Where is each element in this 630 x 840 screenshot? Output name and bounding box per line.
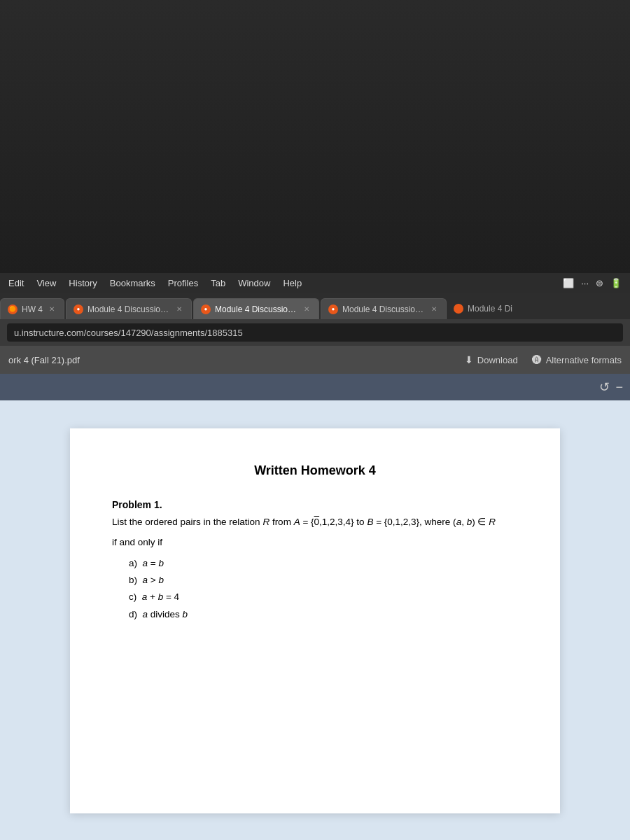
menu-bookmarks[interactable]: Bookmarks bbox=[110, 278, 155, 288]
browser-chrome: 🟠 HW 4 ✕ ● Module 4 Discussion N ✕ ● Mod… bbox=[0, 293, 630, 400]
tab-module1-close[interactable]: ✕ bbox=[174, 304, 184, 314]
minus-button[interactable]: − bbox=[615, 380, 623, 395]
problem-1-description: List the ordered pairs in the relation R… bbox=[112, 514, 518, 531]
pdf-content: Written Homework 4 Problem 1. List the o… bbox=[0, 400, 630, 840]
tab-module4-partial[interactable]: Module 4 Di bbox=[448, 298, 518, 319]
dots-icon: ··· bbox=[581, 278, 589, 288]
tab-module3[interactable]: ● Module 4 Discussion N ✕ bbox=[321, 298, 447, 319]
address-bar-row bbox=[0, 319, 630, 346]
paper-title: Written Homework 4 bbox=[112, 463, 518, 478]
paper: Written Homework 4 Problem 1. List the o… bbox=[70, 428, 560, 813]
part-a-text: a = b bbox=[143, 558, 164, 568]
tab-module3-close[interactable]: ✕ bbox=[429, 304, 439, 314]
tab-module4-label: Module 4 Di bbox=[468, 304, 512, 314]
screen-icon: ⬜ bbox=[563, 278, 574, 288]
doc-title: ork 4 (Fall 21).pdf bbox=[8, 355, 465, 365]
problem-1-block: Problem 1. List the ordered pairs in the… bbox=[112, 499, 518, 623]
part-b-text: a > b bbox=[143, 575, 164, 585]
doc-actions: ⬇ Download 🅐 Alternative formats bbox=[465, 354, 622, 365]
menu-tab[interactable]: Tab bbox=[211, 278, 225, 288]
tab-module2[interactable]: ● Module 4 Discussion N ✕ bbox=[193, 298, 319, 319]
tab-hw4[interactable]: 🟠 HW 4 ✕ bbox=[0, 298, 64, 319]
tab-module2-close[interactable]: ✕ bbox=[302, 304, 312, 314]
part-c: c) a + b = 4 bbox=[129, 589, 518, 606]
menu-view[interactable]: View bbox=[36, 278, 56, 288]
tab-module3-label: Module 4 Discussion N bbox=[342, 304, 425, 314]
download-icon: ⬇ bbox=[465, 354, 473, 365]
download-button[interactable]: ⬇ Download bbox=[465, 354, 518, 365]
download-label: Download bbox=[477, 355, 518, 365]
menu-window[interactable]: Window bbox=[238, 278, 270, 288]
tab-module3-icon: ● bbox=[328, 304, 338, 314]
tab-bar: 🟠 HW 4 ✕ ● Module 4 Discussion N ✕ ● Mod… bbox=[0, 293, 630, 319]
problem-1-header: Problem 1. bbox=[112, 499, 518, 510]
part-c-label: c) bbox=[129, 592, 139, 602]
part-b-label: b) bbox=[129, 575, 140, 585]
refresh-button[interactable]: ↺ bbox=[599, 379, 610, 395]
alt-formats-icon: 🅐 bbox=[532, 354, 542, 365]
menu-history[interactable]: History bbox=[69, 278, 97, 288]
tab-module1[interactable]: ● Module 4 Discussion N ✕ bbox=[66, 298, 192, 319]
tab-hw4-label: HW 4 bbox=[22, 304, 43, 314]
menu-bar-right: ⬜ ··· ⊜ 🔋 bbox=[563, 278, 622, 288]
menu-bar: Edit View History Bookmarks Profiles Tab… bbox=[0, 273, 630, 293]
part-d-text: a divides b bbox=[143, 609, 188, 620]
tab-module1-icon: ● bbox=[74, 304, 83, 314]
alt-formats-button[interactable]: 🅐 Alternative formats bbox=[532, 354, 622, 365]
doc-toolbar: ork 4 (Fall 21).pdf ⬇ Download 🅐 Alterna… bbox=[0, 346, 630, 374]
part-d: d) a divides b bbox=[129, 606, 518, 623]
menu-help[interactable]: Help bbox=[283, 278, 302, 288]
tab-module2-label: Module 4 Discussion N bbox=[215, 304, 298, 314]
laptop-bezel bbox=[0, 0, 630, 273]
battery-icon: 🔋 bbox=[610, 278, 622, 288]
part-a-label: a) bbox=[129, 558, 140, 568]
menu-edit[interactable]: Edit bbox=[8, 278, 24, 288]
wifi-icon: ⊜ bbox=[596, 278, 603, 288]
address-bar[interactable] bbox=[7, 323, 623, 342]
tab-hw4-close[interactable]: ✕ bbox=[47, 304, 57, 314]
part-a: a) a = b bbox=[129, 555, 518, 572]
tab-module1-label: Module 4 Discussion N bbox=[88, 304, 170, 314]
alt-formats-label: Alternative formats bbox=[546, 355, 622, 365]
tab-module2-icon: ● bbox=[201, 304, 211, 314]
problem-1-condition: if and only if bbox=[112, 535, 518, 551]
secondary-bar: ↺ − bbox=[0, 374, 630, 400]
problem-1-parts: a) a = b b) a > b c) a + b = 4 d) a divi… bbox=[112, 555, 518, 623]
part-d-label: d) bbox=[129, 609, 140, 620]
tab-module4-icon bbox=[454, 304, 463, 314]
tab-hw4-icon: 🟠 bbox=[8, 304, 18, 314]
part-c-text: a + b = 4 bbox=[142, 592, 179, 602]
menu-profiles[interactable]: Profiles bbox=[168, 278, 198, 288]
part-b: b) a > b bbox=[129, 572, 518, 589]
